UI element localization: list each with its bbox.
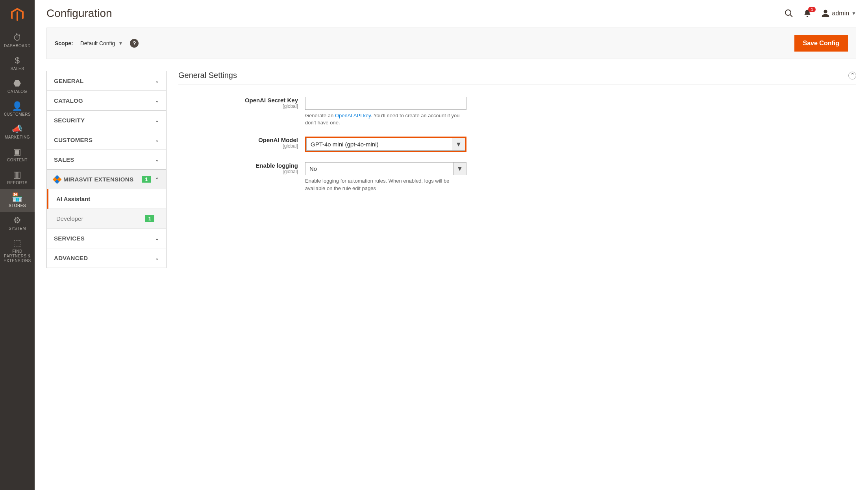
- scope-selector[interactable]: Default Config ▼: [80, 40, 123, 46]
- section-title: General Settings: [178, 71, 237, 80]
- bars-icon: ▥: [13, 170, 22, 179]
- nav-marketing[interactable]: 📣MARKETING: [0, 121, 35, 144]
- caret-down-icon: ▼: [453, 162, 466, 175]
- page-header: Configuration 1 admin ▼: [46, 0, 856, 24]
- mirasvit-icon: [53, 175, 62, 184]
- chevron-down-icon: ⌄: [155, 98, 159, 104]
- scope-help[interactable]: ?: [130, 39, 139, 48]
- scope-label: Scope:: [55, 40, 73, 46]
- caret-down-icon: ▼: [452, 138, 465, 151]
- layout-icon: ▣: [13, 148, 22, 156]
- tab-advanced[interactable]: ADVANCED⌄: [47, 248, 166, 268]
- field-scope: [global]: [178, 143, 298, 149]
- field-openai-model: OpenAI Model [global] GPT-4o mini (gpt-4…: [178, 137, 856, 152]
- nav-dashboard[interactable]: ⏱DASHBOARD: [0, 30, 35, 52]
- settings-panel: General Settings ⌃ OpenAI Secret Key [gl…: [178, 71, 856, 268]
- openai-api-key-link[interactable]: OpenAI API key: [335, 113, 371, 118]
- tab-general[interactable]: GENERAL⌄: [47, 71, 166, 91]
- field-note: Generate an OpenAI API key. You'll need …: [305, 112, 466, 126]
- magento-logo[interactable]: [0, 0, 35, 30]
- nav-reports[interactable]: ▥REPORTS: [0, 166, 35, 189]
- chevron-down-icon: ⌄: [155, 118, 159, 123]
- field-note: Enable logging for automation rules. Whe…: [305, 178, 466, 192]
- tab-catalog[interactable]: CATALOG⌄: [47, 91, 166, 111]
- field-label: Enable logging: [178, 162, 298, 169]
- field-label: OpenAI Secret Key: [178, 97, 298, 104]
- box-icon: ⬣: [13, 79, 21, 88]
- username: admin: [832, 10, 849, 17]
- mirasvit-badge: 1: [142, 176, 151, 183]
- search-icon: [784, 9, 794, 18]
- user-icon: [821, 9, 830, 18]
- save-config-button[interactable]: Save Config: [794, 35, 848, 52]
- field-openai-secret-key: OpenAI Secret Key [global] Generate an O…: [178, 97, 856, 126]
- scope-bar: Scope: Default Config ▼ ? Save Config: [46, 28, 856, 59]
- field-label: OpenAI Model: [178, 137, 298, 143]
- caret-down-icon: ▼: [851, 11, 856, 16]
- enable-logging-select[interactable]: No ▼: [305, 162, 466, 175]
- notifications-button[interactable]: 1: [803, 9, 812, 18]
- openai-secret-key-input[interactable]: [305, 97, 466, 110]
- notification-badge: 1: [808, 7, 815, 12]
- nav-content[interactable]: ▣CONTENT: [0, 144, 35, 166]
- field-scope: [global]: [178, 169, 298, 174]
- tab-services[interactable]: SERVICES⌄: [47, 229, 166, 248]
- chevron-down-icon: ⌄: [155, 236, 159, 241]
- dollar-icon: $: [15, 56, 20, 65]
- user-menu[interactable]: admin ▼: [821, 9, 856, 18]
- subtab-ai-assistant[interactable]: AI Assistant: [47, 189, 166, 209]
- svg-line-1: [790, 15, 792, 17]
- tab-mirasvit-extensions[interactable]: MIRASVIT EXTENSIONS 1⌃: [47, 170, 166, 189]
- page-title: Configuration: [46, 7, 112, 20]
- chevron-down-icon: ⌄: [155, 137, 159, 143]
- config-tabs: GENERAL⌄ CATALOG⌄ SECURITY⌄ CUSTOMERS⌄ S…: [46, 71, 167, 268]
- svg-point-0: [785, 10, 791, 15]
- field-scope: [global]: [178, 104, 298, 109]
- chevron-down-icon: ⌄: [155, 255, 159, 261]
- store-icon: 🏪: [12, 193, 23, 202]
- megaphone-icon: 📣: [12, 125, 23, 133]
- subtab-developer[interactable]: Developer1: [47, 209, 166, 229]
- chevron-down-icon: ⌄: [155, 157, 159, 163]
- gear-icon: ⚙: [13, 216, 22, 225]
- nav-system[interactable]: ⚙SYSTEM: [0, 212, 35, 235]
- tab-customers[interactable]: CUSTOMERS⌄: [47, 130, 166, 150]
- openai-model-select[interactable]: GPT-4o mini (gpt-4o-mini) ▼: [305, 137, 466, 152]
- nav-stores[interactable]: 🏪STORES: [0, 189, 35, 212]
- chevron-down-icon: ⌄: [155, 78, 159, 84]
- tab-sales[interactable]: SALES⌄: [47, 150, 166, 170]
- collapse-section-button[interactable]: ⌃: [848, 72, 856, 80]
- search-button[interactable]: [784, 9, 794, 18]
- chevron-up-icon: ⌃: [850, 72, 855, 79]
- nav-find-partners[interactable]: ⬚FIND PARTNERS & EXTENSIONS: [0, 235, 35, 267]
- nav-catalog[interactable]: ⬣CATALOG: [0, 75, 35, 98]
- developer-badge: 1: [145, 215, 154, 222]
- gauge-icon: ⏱: [13, 33, 22, 42]
- tab-security[interactable]: SECURITY⌄: [47, 111, 166, 130]
- field-enable-logging: Enable logging [global] No ▼ Enable logg…: [178, 162, 856, 192]
- admin-sidebar: ⏱DASHBOARD $SALES ⬣CATALOG 👤CUSTOMERS 📣M…: [0, 0, 35, 280]
- person-icon: 👤: [12, 102, 23, 111]
- caret-down-icon: ▼: [118, 41, 123, 46]
- nav-customers[interactable]: 👤CUSTOMERS: [0, 98, 35, 121]
- nav-sales[interactable]: $SALES: [0, 52, 35, 75]
- chevron-up-icon: ⌃: [155, 177, 159, 182]
- puzzle-icon: ⬚: [13, 239, 22, 248]
